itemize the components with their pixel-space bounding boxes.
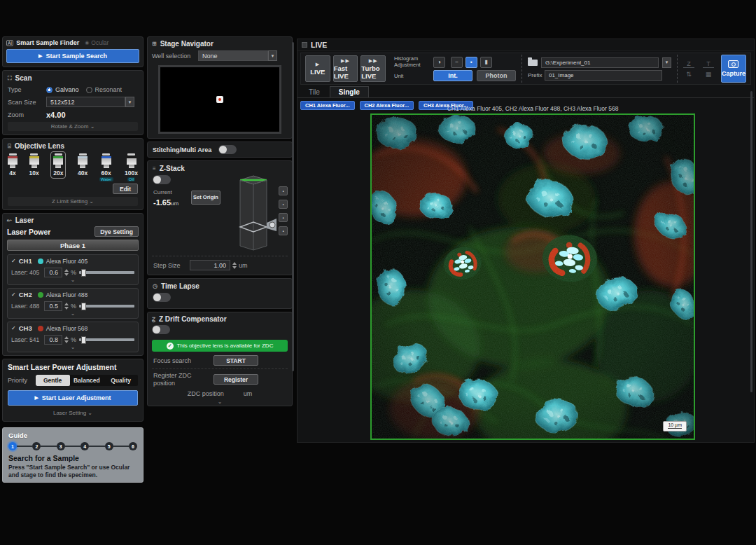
hist-min-button[interactable]: − [451,57,463,68]
hist-max-button[interactable]: ▮ [480,57,492,68]
tab-ocular[interactable]: ◉ Ocular [85,39,108,46]
spinner-down[interactable] [232,266,237,269]
check-icon[interactable]: ✓ [11,291,16,298]
slider-handle[interactable] [81,336,86,344]
z-set-bottom-button[interactable]: ▪ [279,226,288,235]
scan-size-select[interactable]: 512x512 [46,97,125,107]
middle-scrollbar[interactable] [292,42,294,371]
save-path-select[interactable]: G:\Experiment_01 [541,57,659,68]
objective-10x[interactable]: 10x [29,153,39,177]
guide-step-3[interactable]: 3 [57,442,65,450]
z-range-icon[interactable]: ⇅ [683,71,694,78]
guide-step-1[interactable]: 1 [8,442,17,450]
live-scrollbar[interactable] [750,91,752,392]
unit-int-button[interactable]: Int. [433,70,472,81]
capture-button[interactable]: Capture [721,55,746,83]
time-lapse-toggle[interactable] [153,293,171,302]
dye-color-dot [38,258,43,264]
spinner-down[interactable] [64,340,69,343]
channel-expander[interactable]: ⌄ [11,277,134,282]
chevron-down-icon[interactable]: ▼ [125,97,134,107]
z-stack-toggle[interactable] [153,175,171,184]
unit-photon-button[interactable]: Photon [477,70,516,81]
guide-step-5[interactable]: 5 [105,442,113,450]
spinner-down[interactable] [64,307,69,310]
laser-power-slider[interactable] [79,269,134,277]
laser-power-slider[interactable] [79,336,134,344]
objective-40x[interactable]: 40x [78,153,88,177]
guide-step-4[interactable]: 4 [80,442,89,450]
spinner-down[interactable] [64,273,69,276]
guide-step-2[interactable]: 2 [32,442,41,450]
z-dimension-icon[interactable]: Z [683,60,694,68]
spinner-up[interactable] [64,336,69,339]
button-label: Start Laser Adjustment [42,394,111,401]
laser-power-input[interactable]: 0.5 [44,301,62,311]
priority-gentle[interactable]: Gentle [36,375,70,386]
check-icon[interactable]: ✓ [11,325,16,331]
turbo-live-button[interactable]: ▶▶ Turbo LIVE [360,55,386,82]
rotate-zoom-expander[interactable]: Rotate & Zoom ⌄ [8,122,138,131]
start-laser-adjustment-button[interactable]: ▶ Start Laser Adjustment [8,390,138,406]
hist-mid-button[interactable]: ▪ [465,57,477,68]
folder-icon[interactable] [528,60,538,66]
tab-single[interactable]: Single [330,86,369,97]
live-button[interactable]: ▶ LIVE [305,55,330,82]
z-limit-expander[interactable]: Z Limit Setting ⌄ [8,197,138,206]
start-sample-search-button[interactable]: ▶ Start Sample Search [6,49,139,63]
guide-step-6[interactable]: 6 [129,442,137,450]
radio-label-galvano[interactable]: Galvano [55,86,79,93]
objective-20x-selected[interactable]: 20x [50,151,66,179]
stage-view[interactable] [158,65,281,134]
z-move-up-button[interactable]: ▪ [279,200,288,209]
laser-power-input[interactable]: 0.6 [44,268,62,277]
check-icon[interactable]: ✓ [11,258,16,264]
radio-galvano[interactable] [46,87,52,93]
slider-handle[interactable] [81,303,86,310]
chip-ch1[interactable]: CH1 Alexa Fluor... [300,101,355,110]
channel-expander[interactable]: ⌄ [11,311,134,316]
chevron-down-icon[interactable]: ▼ [268,50,277,61]
z-set-top-button[interactable]: ▪ [279,186,288,195]
z-move-down-button[interactable]: ▪ [279,213,288,222]
live-image[interactable] [372,115,694,439]
zdc-toggle[interactable] [152,325,170,334]
stitching-toggle[interactable] [218,145,237,154]
radio-resonant[interactable] [86,87,92,93]
tab-smart-sample-finder[interactable]: AI Smart Sample Finder [6,39,79,46]
slider-handle[interactable] [81,269,86,277]
zdc-expander[interactable]: ⌄ [152,399,288,404]
register-button[interactable]: Register [214,374,258,385]
prefix-input[interactable]: 01_Image [545,70,662,81]
priority-quality[interactable]: Quality [104,375,138,386]
dye-setting-button[interactable]: Dye Setting [94,226,139,237]
auto-contrast-button[interactable]: ◑ [433,57,445,68]
camera-icon [728,60,738,68]
spinner-up[interactable] [64,269,69,272]
spinner-up[interactable] [64,303,69,305]
well-selection-select[interactable]: None [198,50,268,61]
tile-grid-icon[interactable]: ▦ [703,71,714,78]
focus-search-start-button[interactable]: START [214,355,258,366]
step-size-input[interactable]: 1.00 [190,260,230,270]
edit-button[interactable]: Edit [113,184,138,194]
chevron-down-icon[interactable]: ▼ [662,57,671,68]
radio-label-resonant[interactable]: Resonant [95,86,122,93]
priority-balanced[interactable]: Balanced [70,375,104,386]
spinner-up[interactable] [232,262,237,265]
laser-line-label: Laser: 405 [11,269,44,276]
set-origin-button[interactable]: Set Origin [191,191,220,205]
laser-power-input[interactable]: 0.8 [44,335,62,345]
dye-color-dot [38,292,43,298]
objective-60x[interactable]: 60x Water [99,153,113,181]
laser-setting-expander[interactable]: Laser Setting ⌄ [8,408,138,418]
t-dimension-icon[interactable]: T [703,60,714,68]
phase-1-bar[interactable]: Phase 1 [7,240,139,251]
objective-100x[interactable]: 100x Oil [125,153,138,181]
fast-live-button[interactable]: ▶▶ Fast LIVE [333,55,358,82]
tab-tile[interactable]: Tile [300,87,328,97]
channel-expander[interactable]: ⌄ [11,345,134,350]
well-selection-value: None [202,53,218,60]
laser-power-slider[interactable] [79,303,134,310]
objective-4x[interactable]: 4x [8,153,18,177]
